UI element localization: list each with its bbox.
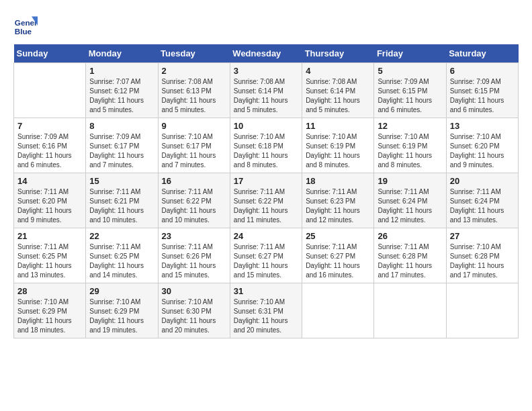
day-number: 26	[378, 231, 442, 241]
day-info: Sunrise: 7:10 AM Sunset: 6:28 PM Dayligh…	[450, 242, 515, 280]
day-number: 23	[162, 231, 226, 241]
day-number: 4	[306, 66, 370, 76]
day-info: Sunrise: 7:11 AM Sunset: 6:24 PM Dayligh…	[378, 187, 442, 225]
day-info: Sunrise: 7:09 AM Sunset: 6:17 PM Dayligh…	[89, 132, 154, 170]
day-info: Sunrise: 7:10 AM Sunset: 6:17 PM Dayligh…	[162, 132, 226, 170]
calendar-cell: 21Sunrise: 7:11 AM Sunset: 6:25 PM Dayli…	[14, 228, 86, 283]
calendar-cell: 24Sunrise: 7:11 AM Sunset: 6:27 PM Dayli…	[230, 228, 302, 283]
calendar-week-4: 21Sunrise: 7:11 AM Sunset: 6:25 PM Dayli…	[14, 228, 519, 283]
day-number: 2	[162, 66, 226, 76]
weekday-header-row: SundayMondayTuesdayWednesdayThursdayFrid…	[14, 44, 519, 63]
day-info: Sunrise: 7:08 AM Sunset: 6:14 PM Dayligh…	[306, 77, 370, 115]
day-number: 30	[162, 286, 226, 296]
calendar-cell	[302, 283, 374, 338]
day-number: 28	[17, 286, 82, 296]
logo: General Blue	[13, 13, 40, 38]
calendar-week-3: 14Sunrise: 7:11 AM Sunset: 6:20 PM Dayli…	[14, 173, 519, 228]
day-info: Sunrise: 7:08 AM Sunset: 6:13 PM Dayligh…	[162, 77, 226, 115]
calendar-cell: 5Sunrise: 7:09 AM Sunset: 6:15 PM Daylig…	[374, 63, 446, 118]
calendar-week-1: 1Sunrise: 7:07 AM Sunset: 6:12 PM Daylig…	[14, 63, 519, 118]
day-number: 10	[234, 121, 298, 131]
day-number: 16	[162, 176, 226, 186]
calendar-cell: 9Sunrise: 7:10 AM Sunset: 6:17 PM Daylig…	[158, 118, 230, 173]
day-info: Sunrise: 7:11 AM Sunset: 6:21 PM Dayligh…	[89, 187, 154, 225]
calendar-cell: 7Sunrise: 7:09 AM Sunset: 6:16 PM Daylig…	[14, 118, 86, 173]
day-info: Sunrise: 7:07 AM Sunset: 6:12 PM Dayligh…	[89, 77, 154, 115]
calendar-cell: 23Sunrise: 7:11 AM Sunset: 6:26 PM Dayli…	[158, 228, 230, 283]
calendar-cell: 10Sunrise: 7:10 AM Sunset: 6:18 PM Dayli…	[230, 118, 302, 173]
day-info: Sunrise: 7:11 AM Sunset: 6:26 PM Dayligh…	[162, 242, 226, 280]
calendar-cell: 22Sunrise: 7:11 AM Sunset: 6:25 PM Dayli…	[86, 228, 158, 283]
day-info: Sunrise: 7:10 AM Sunset: 6:29 PM Dayligh…	[89, 298, 154, 335]
day-number: 25	[306, 231, 370, 241]
weekday-header-wednesday: Wednesday	[230, 44, 302, 63]
calendar-cell	[446, 283, 518, 338]
calendar-cell: 26Sunrise: 7:11 AM Sunset: 6:28 PM Dayli…	[374, 228, 446, 283]
day-info: Sunrise: 7:11 AM Sunset: 6:25 PM Dayligh…	[89, 242, 154, 280]
svg-text:Blue: Blue	[15, 27, 32, 36]
calendar-header: SundayMondayTuesdayWednesdayThursdayFrid…	[14, 44, 519, 63]
calendar-week-5: 28Sunrise: 7:10 AM Sunset: 6:29 PM Dayli…	[14, 283, 519, 338]
day-info: Sunrise: 7:11 AM Sunset: 6:24 PM Dayligh…	[450, 187, 515, 225]
calendar-cell: 11Sunrise: 7:10 AM Sunset: 6:19 PM Dayli…	[302, 118, 374, 173]
day-info: Sunrise: 7:10 AM Sunset: 6:19 PM Dayligh…	[378, 132, 442, 170]
calendar-cell: 31Sunrise: 7:10 AM Sunset: 6:31 PM Dayli…	[230, 283, 302, 338]
day-info: Sunrise: 7:11 AM Sunset: 6:27 PM Dayligh…	[306, 242, 370, 280]
day-number: 5	[378, 66, 442, 76]
day-number: 1	[89, 66, 154, 76]
calendar-cell	[374, 283, 446, 338]
day-info: Sunrise: 7:08 AM Sunset: 6:14 PM Dayligh…	[234, 77, 298, 115]
page-header: General Blue	[13, 13, 519, 38]
day-info: Sunrise: 7:11 AM Sunset: 6:28 PM Dayligh…	[378, 242, 442, 280]
calendar-cell: 16Sunrise: 7:11 AM Sunset: 6:22 PM Dayli…	[158, 173, 230, 228]
day-number: 27	[450, 231, 515, 241]
calendar-body: 1Sunrise: 7:07 AM Sunset: 6:12 PM Daylig…	[14, 63, 519, 338]
calendar-cell: 13Sunrise: 7:10 AM Sunset: 6:20 PM Dayli…	[446, 118, 518, 173]
calendar-cell: 29Sunrise: 7:10 AM Sunset: 6:29 PM Dayli…	[86, 283, 158, 338]
day-info: Sunrise: 7:10 AM Sunset: 6:30 PM Dayligh…	[162, 298, 226, 335]
calendar-cell: 14Sunrise: 7:11 AM Sunset: 6:20 PM Dayli…	[14, 173, 86, 228]
calendar-cell: 27Sunrise: 7:10 AM Sunset: 6:28 PM Dayli…	[446, 228, 518, 283]
calendar-cell: 19Sunrise: 7:11 AM Sunset: 6:24 PM Dayli…	[374, 173, 446, 228]
day-info: Sunrise: 7:09 AM Sunset: 6:15 PM Dayligh…	[378, 77, 442, 115]
calendar-cell: 3Sunrise: 7:08 AM Sunset: 6:14 PM Daylig…	[230, 63, 302, 118]
calendar-table: SundayMondayTuesdayWednesdayThursdayFrid…	[13, 44, 519, 338]
calendar-cell: 6Sunrise: 7:09 AM Sunset: 6:15 PM Daylig…	[446, 63, 518, 118]
day-number: 21	[17, 231, 82, 241]
day-number: 9	[162, 121, 226, 131]
logo-icon: General Blue	[13, 13, 38, 38]
day-number: 6	[450, 66, 515, 76]
day-number: 3	[234, 66, 298, 76]
day-info: Sunrise: 7:10 AM Sunset: 6:29 PM Dayligh…	[17, 298, 82, 335]
calendar-cell: 20Sunrise: 7:11 AM Sunset: 6:24 PM Dayli…	[446, 173, 518, 228]
day-info: Sunrise: 7:10 AM Sunset: 6:18 PM Dayligh…	[234, 132, 298, 170]
day-info: Sunrise: 7:10 AM Sunset: 6:19 PM Dayligh…	[306, 132, 370, 170]
day-info: Sunrise: 7:10 AM Sunset: 6:20 PM Dayligh…	[450, 132, 515, 170]
calendar-cell: 2Sunrise: 7:08 AM Sunset: 6:13 PM Daylig…	[158, 63, 230, 118]
weekday-header-thursday: Thursday	[302, 44, 374, 63]
day-info: Sunrise: 7:11 AM Sunset: 6:22 PM Dayligh…	[162, 187, 226, 225]
day-number: 8	[89, 121, 154, 131]
calendar-cell: 17Sunrise: 7:11 AM Sunset: 6:22 PM Dayli…	[230, 173, 302, 228]
calendar-cell: 8Sunrise: 7:09 AM Sunset: 6:17 PM Daylig…	[86, 118, 158, 173]
day-number: 19	[378, 176, 442, 186]
calendar-week-2: 7Sunrise: 7:09 AM Sunset: 6:16 PM Daylig…	[14, 118, 519, 173]
day-number: 31	[234, 286, 298, 296]
day-info: Sunrise: 7:10 AM Sunset: 6:31 PM Dayligh…	[234, 298, 298, 335]
calendar-cell: 12Sunrise: 7:10 AM Sunset: 6:19 PM Dayli…	[374, 118, 446, 173]
calendar-cell: 30Sunrise: 7:10 AM Sunset: 6:30 PM Dayli…	[158, 283, 230, 338]
day-number: 18	[306, 176, 370, 186]
weekday-header-monday: Monday	[86, 44, 158, 63]
day-info: Sunrise: 7:11 AM Sunset: 6:23 PM Dayligh…	[306, 187, 370, 225]
day-number: 11	[306, 121, 370, 131]
weekday-header-tuesday: Tuesday	[158, 44, 230, 63]
day-number: 22	[89, 231, 154, 241]
day-number: 17	[234, 176, 298, 186]
calendar-cell: 28Sunrise: 7:10 AM Sunset: 6:29 PM Dayli…	[14, 283, 86, 338]
weekday-header-friday: Friday	[374, 44, 446, 63]
day-number: 14	[17, 176, 82, 186]
day-number: 29	[89, 286, 154, 296]
calendar-cell: 25Sunrise: 7:11 AM Sunset: 6:27 PM Dayli…	[302, 228, 374, 283]
calendar-cell: 15Sunrise: 7:11 AM Sunset: 6:21 PM Dayli…	[86, 173, 158, 228]
weekday-header-sunday: Sunday	[14, 44, 86, 63]
